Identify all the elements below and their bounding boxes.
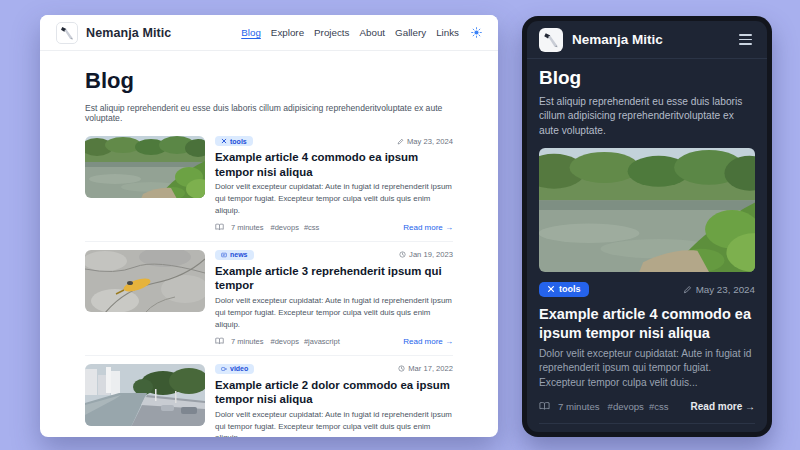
mobile-phone-frame: Nemanja Mitic Blog Est aliquip reprehend… xyxy=(522,16,772,437)
read-time: 7 minutes xyxy=(231,337,264,346)
mobile-screen: Nemanja Mitic Blog Est aliquip reprehend… xyxy=(527,21,767,432)
category-badge-video[interactable]: video xyxy=(215,364,254,374)
article-title[interactable]: Example article 2 dolor commodo ea ipsum… xyxy=(215,378,453,407)
mobile-article-excerpt: Dolor velit excepteur cupidatat: Aute in… xyxy=(539,347,755,391)
nav-links[interactable]: Links xyxy=(436,27,459,38)
nav-blog[interactable]: Blog xyxy=(241,27,261,38)
read-time: 7 minutes xyxy=(558,401,600,412)
article-thumbnail-river[interactable] xyxy=(85,136,205,198)
mobile-badge-row: tools May 23, 2024 xyxy=(539,282,755,297)
river-photo xyxy=(85,136,205,198)
read-more-link[interactable]: Read more → xyxy=(403,223,453,232)
tag[interactable]: #javascript xyxy=(304,337,340,346)
mobile-site-name: Nemanja Mitic xyxy=(572,32,663,47)
mobile-article-date: May 23, 2024 xyxy=(683,284,755,295)
mobile-blog-content: Blog Est aliquip reprehenderit eu esse d… xyxy=(527,59,767,432)
article-body: video Mar 17, 2022 Example article 2 dol… xyxy=(215,364,453,437)
nav-gallery[interactable]: Gallery xyxy=(395,27,426,38)
article-excerpt: Dolor velit excepteur cupidatat: Aute in… xyxy=(215,181,453,217)
site-name: Nemanja Mitic xyxy=(86,26,171,40)
tag[interactable]: #css xyxy=(649,401,669,412)
river-photo xyxy=(539,148,755,272)
article-thumbnail-canal[interactable] xyxy=(85,364,205,426)
category-badge-tools[interactable]: tools xyxy=(215,136,253,146)
article-thumbnail-rock[interactable] xyxy=(85,250,205,312)
tag-list: #devops #javascript xyxy=(271,337,340,346)
article-card[interactable]: video Mar 17, 2022 Example article 2 dol… xyxy=(85,356,453,437)
main-nav: Blog Explore Projects About Gallery Link… xyxy=(241,27,482,38)
article-body: tools May 23, 2024 Example article 4 com… xyxy=(215,136,453,232)
site-logo[interactable] xyxy=(56,22,78,44)
pen-comet-logo-icon xyxy=(59,25,75,41)
tag[interactable]: #devops xyxy=(608,401,644,412)
pencil-icon xyxy=(397,138,404,145)
article-date: Jan 19, 2023 xyxy=(399,250,453,259)
nav-about[interactable]: About xyxy=(359,27,385,38)
tag-list: #devops #css xyxy=(608,401,669,412)
clock-icon xyxy=(398,365,405,372)
book-icon xyxy=(215,223,224,231)
category-badge-tools[interactable]: tools xyxy=(539,282,589,297)
mobile-article-title[interactable]: Example article 4 commodo ea ipsum tempo… xyxy=(539,305,755,343)
article-excerpt: Dolor velit excepteur cupidatat: Aute in… xyxy=(215,295,453,331)
theme-toggle-button[interactable] xyxy=(471,27,482,38)
tools-icon xyxy=(221,138,227,144)
sun-icon xyxy=(471,27,482,38)
article-date: May 23, 2024 xyxy=(397,137,453,146)
clock-icon xyxy=(399,251,406,258)
mobile-site-header: Nemanja Mitic xyxy=(527,21,767,59)
article-title[interactable]: Example article 3 reprehenderit ipsum qu… xyxy=(215,264,453,293)
pencil-icon xyxy=(683,285,692,294)
canal-street-photo xyxy=(85,364,205,426)
article-date: Mar 17, 2022 xyxy=(398,364,453,373)
news-icon xyxy=(221,252,227,258)
desktop-browser-window: Nemanja Mitic Blog Explore Projects Abou… xyxy=(40,15,498,437)
divider xyxy=(539,423,755,424)
site-header: Nemanja Mitic Blog Explore Projects Abou… xyxy=(40,15,498,51)
tag[interactable]: #devops xyxy=(271,223,299,232)
article-card[interactable]: tools May 23, 2024 Example article 4 com… xyxy=(85,128,453,242)
read-more-link[interactable]: Read more → xyxy=(403,337,453,346)
nav-explore[interactable]: Explore xyxy=(271,27,304,38)
mobile-article-image-river[interactable] xyxy=(539,148,755,272)
read-time: 7 minutes xyxy=(231,223,264,232)
mobile-page-title: Blog xyxy=(539,67,755,89)
article-meta: 7 minutes #devops #javascript xyxy=(215,337,340,346)
article-title[interactable]: Example article 4 commodo ea ipsum tempo… xyxy=(215,150,453,179)
tag[interactable]: #css xyxy=(304,223,319,232)
page-description: Est aliquip reprehenderit eu esse duis l… xyxy=(85,103,453,123)
book-icon xyxy=(539,401,550,411)
nav-projects[interactable]: Projects xyxy=(314,27,349,38)
mobile-page-description: Est aliquip reprehenderit eu esse duis l… xyxy=(539,95,755,138)
mobile-site-logo[interactable] xyxy=(539,28,563,52)
tools-icon xyxy=(547,285,555,293)
rock-leaf-photo xyxy=(85,250,205,312)
category-badge-news[interactable]: news xyxy=(215,250,254,260)
article-meta: 7 minutes #devops #css xyxy=(215,223,319,232)
tag[interactable]: #devops xyxy=(271,337,299,346)
article-body: news Jan 19, 2023 Example article 3 repr… xyxy=(215,250,453,346)
hamburger-menu-icon[interactable] xyxy=(736,31,755,47)
article-excerpt: Dolor velit excepteur cupidatat: Aute in… xyxy=(215,409,453,437)
tag-list: #devops #css xyxy=(271,223,320,232)
video-icon xyxy=(221,366,227,372)
mobile-article-meta: 7 minutes #devops #css xyxy=(539,401,669,412)
pen-comet-logo-icon xyxy=(542,31,560,49)
mobile-read-more-link[interactable]: Read more → xyxy=(691,401,755,412)
article-card[interactable]: news Jan 19, 2023 Example article 3 repr… xyxy=(85,242,453,356)
mobile-meta-row: 7 minutes #devops #css Read more → xyxy=(539,401,755,412)
page-title: Blog xyxy=(85,68,453,94)
blog-page-content: Blog Est aliquip reprehenderit eu esse d… xyxy=(40,51,498,437)
book-icon xyxy=(215,337,224,345)
